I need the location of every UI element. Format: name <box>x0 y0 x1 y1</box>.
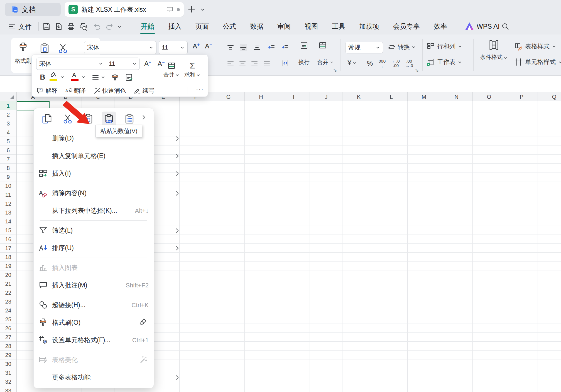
file-menu[interactable]: 文件 <box>18 22 32 31</box>
row-header-13[interactable]: 13 <box>0 208 16 217</box>
decrease-indent-button[interactable] <box>268 44 275 51</box>
mini-format-painter-button[interactable] <box>111 73 119 82</box>
row-header-4[interactable]: 4 <box>0 128 16 137</box>
table-style-button[interactable]: 表格样式 <box>515 42 556 51</box>
document-tab[interactable]: S 新建 XLSX 工作表.xlsx <box>65 2 184 17</box>
cut-button[interactable] <box>57 43 68 54</box>
row-header-9[interactable]: 9 <box>0 172 16 181</box>
wps-ai-logo-icon[interactable] <box>464 22 474 31</box>
ribbon-tab-10[interactable]: 会员专享 <box>393 22 420 31</box>
align-middle-button[interactable] <box>240 44 247 51</box>
row-header-32[interactable]: 32 <box>0 377 16 386</box>
wrap-text-button[interactable]: 换行 <box>296 41 312 66</box>
align-right-button[interactable] <box>251 60 258 67</box>
ai-action-1[interactable]: ?解释 <box>37 87 57 95</box>
ai-action-2[interactable]: A翻译 <box>65 87 86 95</box>
column-header-K[interactable]: K <box>342 92 375 101</box>
context-menu-item-2[interactable]: 插入复制单元格(E) <box>34 147 154 165</box>
align-bottom-button[interactable] <box>253 44 261 51</box>
docs-home-tab[interactable]: 文档 <box>5 3 61 16</box>
convert-button[interactable]: 转换 <box>388 43 416 51</box>
hamburger-icon[interactable] <box>8 22 16 31</box>
cell-style-button[interactable]: 单元格样式 <box>515 58 561 66</box>
column-header-O[interactable]: O <box>473 92 505 101</box>
save-icon[interactable] <box>42 22 51 31</box>
column-header-I[interactable]: I <box>277 92 310 101</box>
row-header-33[interactable]: 33 <box>0 386 16 392</box>
row-header-12[interactable]: 12 <box>0 199 16 208</box>
increase-indent-button[interactable] <box>281 44 288 51</box>
align-center-button[interactable] <box>239 60 246 67</box>
redo-icon[interactable] <box>105 22 114 31</box>
more-actions-button[interactable]: ··· <box>196 86 204 93</box>
ribbon-tab-8[interactable]: 工具 <box>332 22 345 31</box>
export-icon[interactable] <box>55 22 63 31</box>
merge-cells-button[interactable]: 合并 <box>313 41 332 66</box>
row-header-22[interactable]: 22 <box>0 288 16 297</box>
highlight-color-button[interactable] <box>49 72 58 82</box>
ribbon-tab-11[interactable]: 效率 <box>434 22 447 31</box>
row-header-23[interactable]: 23 <box>0 297 16 306</box>
number-dialog-launcher[interactable]: ↘ <box>415 67 419 73</box>
context-menu-item-12[interactable]: 设置单元格格式(F)...Ctrl+1 <box>34 331 154 349</box>
chevron-down-icon[interactable] <box>101 75 105 79</box>
undo-icon[interactable] <box>93 22 101 31</box>
ribbon-tab-9[interactable]: 加载项 <box>359 22 379 31</box>
thousands-separator-button[interactable]: 000 , <box>379 59 386 68</box>
row-header-14[interactable]: 14 <box>0 217 16 226</box>
print-icon[interactable] <box>67 22 75 31</box>
ribbon-tab-1[interactable]: 开始 <box>141 22 154 31</box>
row-header-3[interactable]: 3 <box>0 119 16 128</box>
ai-action-3[interactable]: 快速润色 <box>94 87 126 95</box>
ai-action-4[interactable]: 续写 <box>134 87 154 95</box>
mini-font-name-combo[interactable]: 宋体 <box>36 58 106 70</box>
print-preview-icon[interactable] <box>79 22 87 31</box>
ribbon-tab-3[interactable]: 页面 <box>195 22 209 31</box>
row-header-26[interactable]: 26 <box>0 324 16 333</box>
mini-merge-button[interactable]: 合并 <box>163 57 180 83</box>
column-header-J[interactable]: J <box>310 92 342 101</box>
context-menu-item-14[interactable]: 更多表格功能 <box>34 369 154 386</box>
row-header-29[interactable]: 29 <box>0 351 16 359</box>
paste-icon[interactable] <box>81 112 95 126</box>
increase-decimal-button[interactable]: .00 →.0 <box>405 59 413 68</box>
font-size-combo[interactable]: 11 <box>159 41 188 54</box>
column-header-M[interactable]: M <box>408 92 440 101</box>
mini-increase-font-button[interactable]: A+ <box>144 60 151 68</box>
row-header-8[interactable]: 8 <box>0 164 16 172</box>
row-header-2[interactable]: 2 <box>0 110 16 119</box>
conditional-format-button[interactable]: 条件格式 <box>477 39 511 61</box>
justify-button[interactable] <box>263 60 270 67</box>
distributed-button[interactable] <box>282 60 289 67</box>
cell-style-check-button[interactable] <box>125 73 133 82</box>
percent-button[interactable]: % <box>367 60 373 67</box>
mini-font-size-combo[interactable]: 11 <box>106 58 139 70</box>
mini-sum-button[interactable]: Σ 求和 <box>183 57 201 83</box>
ribbon-tab-5[interactable]: 数据 <box>250 22 263 31</box>
select-all-corner[interactable] <box>0 92 17 101</box>
row-header-30[interactable]: 30 <box>0 359 16 368</box>
context-menu-item-6[interactable]: 筛选(L) <box>34 222 154 239</box>
context-menu-item-7[interactable]: 排序(U) <box>34 239 154 257</box>
decrease-font-button[interactable]: A− <box>205 42 212 50</box>
context-menu-item-9[interactable]: 插入批注(M)Shift+F2 <box>34 277 154 294</box>
alignment-dialog-launcher[interactable]: ↘ <box>333 67 337 73</box>
context-menu-item-4[interactable]: A清除内容(N) <box>34 184 154 202</box>
row-header-1[interactable]: 1 <box>0 101 16 110</box>
currency-button[interactable]: ¥ <box>347 58 357 67</box>
ribbon-tab-7[interactable]: 视图 <box>305 22 318 31</box>
new-tab-button[interactable] <box>187 5 196 14</box>
row-headers[interactable]: 1234567891011121314151617181920212223242… <box>0 101 17 392</box>
format-painter-button[interactable]: 格式刷 <box>14 41 32 66</box>
row-header-21[interactable]: 21 <box>0 279 16 288</box>
row-header-6[interactable]: 6 <box>0 146 16 155</box>
context-menu-item-11[interactable]: 格式刷(O) <box>34 314 154 331</box>
row-header-10[interactable]: 10 <box>0 181 16 190</box>
row-header-27[interactable]: 27 <box>0 333 16 342</box>
chevron-down-icon[interactable] <box>81 75 86 79</box>
ribbon-tab-4[interactable]: 公式 <box>223 22 236 31</box>
column-header-P[interactable]: P <box>505 92 538 101</box>
row-header-17[interactable]: 17 <box>0 244 16 253</box>
decrease-decimal-button[interactable]: ←.0 .00 <box>392 59 400 68</box>
worksheet-button[interactable]: 工作表 <box>427 58 462 66</box>
